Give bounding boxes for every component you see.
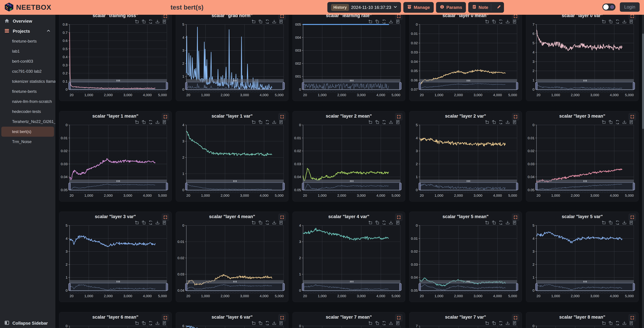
chart-plot[interactable]: 6543210201,0002,0003,0004,0005,000 [176, 312, 288, 328]
sidebar-project-item[interactable]: bert-conll03 [0, 56, 55, 66]
zoom-select-icon[interactable] [485, 220, 489, 225]
download-icon[interactable] [155, 120, 160, 124]
data-view-icon[interactable] [162, 120, 166, 124]
data-view-icon[interactable] [629, 220, 634, 225]
zoom-select-icon[interactable] [135, 120, 139, 124]
datazoom-left-handle[interactable] [185, 183, 187, 190]
datazoom-right-handle[interactable] [400, 82, 401, 89]
zoom-select-icon[interactable] [368, 321, 372, 325]
chart-plot[interactable]: 00.010.020.030.040.05201,0002,0003,0004,… [293, 111, 405, 202]
datazoom-left-handle[interactable] [536, 82, 537, 89]
chevron-up-icon[interactable] [46, 29, 51, 34]
chart-plot[interactable]: 0050040030020010201,0002,0003,0004,0005,… [293, 15, 405, 101]
download-icon[interactable] [155, 321, 160, 325]
zoom-select-icon[interactable] [368, 220, 372, 225]
datazoom-right-handle[interactable] [166, 82, 168, 89]
zoom-select-icon[interactable] [252, 19, 256, 24]
datazoom-right-handle[interactable] [283, 82, 284, 89]
data-view-icon[interactable] [279, 321, 283, 325]
expand-chart-button[interactable] [162, 314, 169, 322]
data-view-icon[interactable] [512, 120, 517, 124]
expand-chart-button[interactable] [278, 113, 286, 121]
restore-icon[interactable] [258, 120, 263, 124]
chart-plot[interactable]: 543210201,0002,0003,0004,0005,000 [410, 111, 522, 202]
zoom-select-icon[interactable] [252, 321, 256, 325]
datazoom-right-handle[interactable] [633, 284, 635, 291]
zoom-select-icon[interactable] [602, 220, 606, 225]
restore-icon[interactable] [492, 120, 496, 124]
zoom-select-icon[interactable] [252, 120, 256, 124]
download-icon[interactable] [155, 220, 160, 225]
download-icon[interactable] [622, 220, 626, 225]
theme-toggle[interactable] [602, 3, 616, 10]
zoom-select-icon[interactable] [368, 120, 372, 124]
expand-chart-button[interactable] [278, 314, 286, 322]
download-icon[interactable] [389, 321, 393, 325]
chart-plot[interactable]: 00.010.020.030.040.05201,0002,0003,0004,… [59, 111, 172, 202]
data-view-icon[interactable] [279, 19, 283, 24]
sidebar-project-item[interactable]: Trm_Noise [0, 137, 55, 147]
sidebar-item-projects[interactable]: Projects [0, 26, 55, 36]
login-button[interactable]: Login [620, 2, 640, 12]
restore-icon[interactable] [375, 19, 379, 24]
data-view-icon[interactable] [279, 220, 283, 225]
datazoom-right-handle[interactable] [166, 284, 168, 291]
chart-plot[interactable]: 0.80.70.60.50.40.30.20.10201,0002,0003,0… [59, 15, 172, 101]
download-icon[interactable] [389, 120, 393, 124]
refresh-icon[interactable] [148, 19, 153, 24]
datazoom-left-handle[interactable] [185, 284, 187, 291]
data-view-icon[interactable] [396, 220, 400, 225]
refresh-icon[interactable] [265, 321, 270, 325]
datazoom-slider[interactable] [185, 79, 284, 92]
download-icon[interactable] [272, 220, 276, 225]
expand-chart-button[interactable] [628, 213, 636, 221]
datazoom-left-handle[interactable] [302, 82, 304, 89]
data-view-icon[interactable] [396, 321, 400, 325]
refresh-icon[interactable] [498, 120, 503, 124]
restore-icon[interactable] [375, 321, 379, 325]
sidebar-project-item-selected[interactable]: test bert(s) [1, 127, 54, 137]
download-icon[interactable] [622, 120, 626, 124]
refresh-icon[interactable] [615, 19, 620, 24]
refresh-icon[interactable] [148, 321, 153, 325]
expand-chart-button[interactable] [395, 113, 403, 121]
chart-plot[interactable]: 76543210201,0002,0003,0004,0005,000 [410, 312, 522, 328]
sidebar-item-overview[interactable]: Overview [0, 16, 55, 26]
datazoom-right-handle[interactable] [516, 82, 518, 89]
restore-icon[interactable] [142, 220, 146, 225]
chart-plot[interactable]: 00.010.020.030.040.050.060.07201,0002,00… [410, 15, 522, 101]
refresh-icon[interactable] [382, 321, 386, 325]
datazoom-right-handle[interactable] [516, 284, 518, 291]
chart-plot[interactable]: 543210201,0002,0003,0004,0005,000 [176, 15, 288, 101]
zoom-select-icon[interactable] [135, 19, 139, 24]
download-icon[interactable] [506, 19, 510, 24]
restore-icon[interactable] [492, 19, 496, 24]
datazoom-right-handle[interactable] [283, 183, 284, 190]
data-view-icon[interactable] [629, 19, 634, 24]
expand-chart-button[interactable] [512, 113, 520, 121]
restore-icon[interactable] [608, 220, 613, 225]
restore-icon[interactable] [375, 120, 379, 124]
expand-chart-button[interactable] [162, 113, 169, 121]
datazoom-slider[interactable] [185, 280, 284, 293]
datazoom-right-handle[interactable] [166, 183, 168, 190]
vertical-scrollbar[interactable] [642, 15, 644, 328]
data-view-icon[interactable] [162, 321, 166, 325]
refresh-icon[interactable] [265, 220, 270, 225]
datazoom-left-handle[interactable] [302, 183, 304, 190]
chart-plot[interactable]: 543210201,0002,0003,0004,0005,000 [59, 212, 172, 302]
restore-icon[interactable] [608, 321, 613, 325]
brand[interactable]: NEETBOX [4, 2, 51, 12]
refresh-icon[interactable] [265, 19, 270, 24]
download-icon[interactable] [272, 19, 276, 24]
data-view-icon[interactable] [396, 120, 400, 124]
datazoom-left-handle[interactable] [419, 284, 420, 291]
restore-icon[interactable] [258, 220, 263, 225]
zoom-select-icon[interactable] [485, 19, 489, 24]
download-icon[interactable] [389, 220, 393, 225]
zoom-select-icon[interactable] [602, 120, 606, 124]
params-button[interactable]: Params [436, 2, 466, 13]
note-icon[interactable] [472, 4, 477, 10]
zoom-select-icon[interactable] [602, 19, 606, 24]
refresh-icon[interactable] [498, 19, 503, 24]
